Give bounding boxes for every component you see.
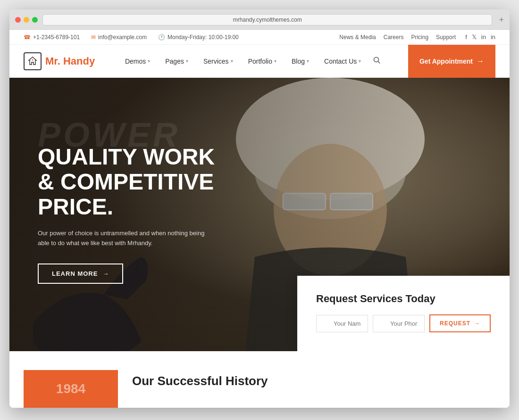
email-item: ✉ info@example.com [91, 34, 147, 41]
name-input[interactable] [316, 315, 368, 332]
facebook-icon[interactable]: f [465, 33, 467, 41]
get-appointment-button[interactable]: Get Appointment → [408, 45, 495, 78]
main-navigation: Mr. Handy Demos ▾ Pages ▾ Services ▾ Por… [9, 45, 510, 78]
chevron-down-icon: ▾ [307, 58, 309, 64]
social-icons: f 𝕏 in in [465, 33, 495, 41]
phone-item: ☎ +1-2345-6789-101 [24, 34, 80, 41]
traffic-lights [15, 17, 38, 23]
careers-link[interactable]: Careers [384, 34, 404, 41]
top-bar-links: News & Media Careers Pricing Support [339, 34, 456, 41]
site-logo[interactable]: Mr. Handy [24, 52, 95, 70]
learn-more-button[interactable]: LEARN MORE → [38, 264, 123, 284]
twitter-icon[interactable]: 𝕏 [472, 33, 477, 41]
nav-menu: Demos ▾ Pages ▾ Services ▾ Portfolio ▾ B… [118, 53, 385, 70]
chevron-down-icon: ▾ [186, 58, 188, 64]
logo-icon [24, 52, 42, 70]
nav-demos[interactable]: Demos ▾ [118, 54, 157, 69]
hero-title: QUALITY WORK & COMPETITIVE PRICE. [38, 145, 215, 219]
linkedin-icon[interactable]: in [481, 33, 486, 41]
history-card-text: 1984 [56, 381, 85, 396]
history-heading: Our Successful History [132, 374, 268, 388]
new-tab-button[interactable]: + [499, 15, 504, 25]
email-address: info@example.com [98, 34, 147, 41]
phone-input[interactable] [373, 315, 425, 332]
nav-portfolio[interactable]: Portfolio ▾ [242, 54, 283, 69]
request-form: 👤 📱 REQUEST → [316, 314, 491, 332]
phone-icon: ☎ [24, 34, 31, 41]
bottom-section: 1984 Our Successful History [9, 351, 510, 408]
nav-blog[interactable]: Blog ▾ [285, 54, 316, 69]
support-link[interactable]: Support [436, 34, 456, 41]
history-text: Our Successful History [132, 370, 268, 388]
browser-window: mrhandy.cymolthemes.com + ☎ +1-2345-6789… [9, 9, 510, 408]
news-media-link[interactable]: News & Media [339, 34, 376, 41]
name-input-wrapper: 👤 [316, 315, 368, 332]
chevron-down-icon: ▾ [148, 58, 150, 64]
linkedin2-icon[interactable]: in [491, 33, 495, 41]
chevron-down-icon: ▾ [359, 58, 361, 64]
request-button[interactable]: REQUEST → [429, 314, 491, 332]
chevron-down-icon: ▾ [231, 58, 233, 64]
arrow-right-icon: → [102, 270, 109, 277]
search-button[interactable] [369, 53, 385, 70]
browser-chrome: mrhandy.cymolthemes.com + [9, 9, 510, 30]
hero-subtitle: Our power of choice is untrammelled and … [38, 229, 208, 248]
arrow-right-icon: → [477, 57, 484, 66]
phone-number: +1-2345-6789-101 [33, 34, 80, 41]
hours-item: 🕐 Monday-Friday: 10:00-19:00 [158, 34, 239, 41]
request-card-title: Request Services Today [316, 293, 491, 305]
request-card: Request Services Today 👤 📱 REQUEST → [297, 276, 510, 351]
url-bar[interactable]: mrhandy.cymolthemes.com [42, 14, 492, 25]
top-bar-right: News & Media Careers Pricing Support f 𝕏… [339, 33, 495, 41]
logo-text: Mr. Handy [45, 55, 95, 67]
pricing-link[interactable]: Pricing [411, 34, 428, 41]
top-bar-left: ☎ +1-2345-6789-101 ✉ info@example.com 🕐 … [24, 34, 239, 41]
close-button[interactable] [15, 17, 21, 23]
history-card: 1984 [24, 370, 118, 408]
hero-content: POWER QUALITY WORK & COMPETITIVE PRICE. … [38, 115, 215, 284]
top-bar: ☎ +1-2345-6789-101 ✉ info@example.com 🕐 … [9, 30, 510, 45]
minimize-button[interactable] [24, 17, 29, 23]
hours-text: Monday-Friday: 10:00-19:00 [167, 34, 239, 41]
clock-icon: 🕐 [158, 34, 165, 41]
email-icon: ✉ [91, 34, 96, 41]
maximize-button[interactable] [32, 17, 38, 23]
arrow-right-icon: → [474, 320, 480, 327]
phone-input-wrapper: 📱 [373, 315, 425, 332]
hero-section: POWER QUALITY WORK & COMPETITIVE PRICE. … [9, 78, 510, 351]
chevron-down-icon: ▾ [274, 58, 276, 64]
nav-contact[interactable]: Contact Us ▾ [318, 54, 368, 69]
nav-pages[interactable]: Pages ▾ [159, 54, 195, 69]
svg-point-0 [32, 59, 33, 60]
nav-services[interactable]: Services ▾ [197, 54, 240, 69]
